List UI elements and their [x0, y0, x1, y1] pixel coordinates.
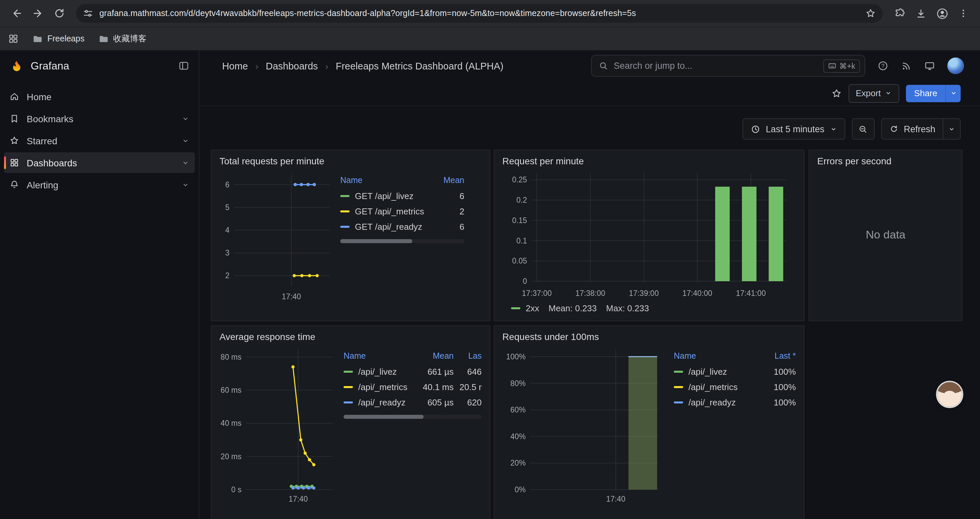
chevron-down-icon[interactable] — [181, 137, 189, 145]
legend-header-last[interactable]: Las — [453, 351, 482, 361]
series-name[interactable]: /api/_readyz — [358, 398, 415, 407]
favorite-star-icon[interactable] — [831, 88, 842, 99]
user-avatar[interactable] — [947, 57, 964, 74]
svg-text:40 ms: 40 ms — [221, 419, 242, 428]
legend-header-name[interactable]: Name — [344, 351, 415, 361]
legend-row[interactable]: /api/_livez 661 µs 646 — [344, 364, 482, 379]
profile-icon[interactable] — [932, 3, 952, 23]
legend-row[interactable]: /api/_readyz 605 µs 620 — [344, 395, 482, 410]
bell-icon — [10, 180, 19, 190]
series-mean: 605 µs — [415, 398, 453, 407]
legend-scrollbar[interactable] — [344, 415, 482, 419]
forward-icon[interactable] — [28, 3, 48, 23]
export-button[interactable]: Export — [848, 84, 899, 102]
share-dropdown-icon[interactable] — [945, 85, 961, 102]
refresh-button[interactable]: Refresh — [881, 119, 943, 139]
app-header: Home › Dashboards › Freeleaps Metrics Da… — [199, 51, 980, 81]
legend-header-last[interactable]: Last * — [761, 351, 796, 361]
time-controls: Last 5 minutes Refresh — [199, 106, 980, 140]
panel-title[interactable]: Total requests per minute — [212, 150, 490, 166]
monitor-icon[interactable] — [924, 60, 935, 72]
requests-under-100ms-chart[interactable]: 100%80%60%40%20%0%17:40 — [501, 343, 665, 507]
series-name[interactable]: /api/_metrics — [689, 382, 761, 392]
url-text[interactable]: grafana.mathmast.com/d/deytv4rwavabkb/fr… — [99, 9, 859, 18]
legend-inline[interactable]: 2xx Mean: 0.233 Max: 0.233 — [501, 301, 796, 313]
scrollbar-thumb[interactable] — [344, 415, 424, 419]
chevron-down-icon[interactable] — [181, 181, 189, 189]
extensions-icon[interactable] — [889, 3, 909, 23]
share-button[interactable]: Share — [906, 85, 961, 102]
svg-text:17:38:00: 17:38:00 — [575, 289, 605, 297]
series-name[interactable]: GET /api/_readyz — [355, 222, 432, 232]
legend-scrollbar[interactable] — [340, 239, 464, 243]
sidebar-item-alerting[interactable]: Alerting — [4, 174, 195, 195]
bookmark-folder-blog[interactable]: 收藏博客 — [98, 33, 146, 45]
series-name[interactable]: /api/_livez — [358, 367, 415, 377]
sidebar-item-dashboards[interactable]: Dashboards — [4, 152, 195, 173]
svg-text:17:40: 17:40 — [606, 495, 625, 503]
series-name[interactable]: /api/_metrics — [358, 382, 415, 392]
legend-row[interactable]: /api/_metrics 100% — [674, 379, 796, 395]
series-name[interactable]: GET /api/_metrics — [355, 206, 432, 216]
chevron-down-icon[interactable] — [181, 115, 189, 123]
request-per-minute-chart[interactable]: 0.250.20.150.10.05017:37:0017:38:0017:39… — [501, 168, 796, 301]
series-max: Max: 0.233 — [606, 303, 649, 313]
help-icon[interactable]: ? — [877, 60, 889, 72]
refresh-interval-dropdown[interactable] — [943, 119, 960, 139]
svg-text:17:40: 17:40 — [288, 495, 308, 503]
sidebar-item-starred[interactable]: Starred — [4, 130, 195, 151]
series-name[interactable]: /api/_livez — [689, 367, 761, 377]
chevron-down-icon[interactable] — [181, 159, 189, 167]
zoom-out-button[interactable] — [851, 118, 874, 140]
legend-row[interactable]: GET /api/_livez 6 — [340, 188, 464, 204]
legend-header-name[interactable]: Name — [340, 176, 432, 185]
legend-header-mean[interactable]: Mean — [432, 176, 464, 185]
panel-title[interactable]: Requests under 100ms — [494, 326, 804, 342]
panel-title[interactable]: Average response time — [212, 326, 490, 342]
panel-title[interactable]: Request per minute — [494, 150, 804, 166]
avg-response-time-chart[interactable]: 80 ms60 ms40 ms20 ms0 s17:40 — [218, 343, 338, 507]
legend-row[interactable]: GET /api/_metrics 2 — [340, 204, 464, 219]
legend-row[interactable]: /api/_readyz 100% — [674, 395, 796, 410]
legend-row[interactable]: GET /api/_readyz 6 — [340, 219, 464, 235]
share-button-label[interactable]: Share — [906, 85, 945, 102]
bookmark-icon — [10, 113, 19, 124]
breadcrumb-dashboards[interactable]: Dashboards — [266, 61, 318, 71]
sidebar-item-home[interactable]: Home — [4, 86, 195, 107]
scrollbar-thumb[interactable] — [340, 239, 412, 243]
legend-table: Name Mean GET /api/_livez 6 GET /api/_me… — [340, 174, 482, 305]
reload-icon[interactable] — [49, 3, 69, 23]
series-color-dash — [344, 401, 353, 404]
back-icon[interactable] — [7, 3, 27, 23]
legend-row[interactable]: /api/_livez 100% — [674, 364, 796, 379]
grafana-logo[interactable] — [10, 58, 24, 73]
series-name[interactable]: 2xx — [526, 303, 539, 313]
panel-errors-per-second: Errors per second No data — [808, 150, 963, 321]
news-rss-icon[interactable] — [900, 60, 912, 72]
sidebar-item-bookmarks[interactable]: Bookmarks — [4, 108, 195, 129]
legend-header-name[interactable]: Name — [674, 351, 761, 361]
legend-row[interactable]: /api/_metrics 40.1 ms 20.5 r — [344, 379, 482, 395]
series-name[interactable]: /api/_readyz — [689, 398, 761, 407]
url-bar[interactable]: grafana.mathmast.com/d/deytv4rwavabkb/fr… — [76, 4, 883, 23]
series-color-dash — [344, 386, 353, 388]
site-controls-icon[interactable] — [83, 8, 94, 19]
search-input[interactable]: Search or jump to... ⌘+k — [591, 55, 865, 77]
browser-toolbar: grafana.mathmast.com/d/deytv4rwavabkb/fr… — [0, 0, 980, 27]
bookmark-star-icon[interactable] — [865, 8, 876, 19]
breadcrumb-home[interactable]: Home — [222, 61, 248, 71]
time-range-picker[interactable]: Last 5 minutes — [743, 118, 845, 140]
browser-menu-icon[interactable] — [953, 3, 973, 23]
floating-assistant-avatar[interactable] — [937, 382, 962, 407]
svg-text:17:40:00: 17:40:00 — [682, 289, 713, 297]
sidebar-item-label: Alerting — [27, 179, 58, 190]
panel-title[interactable]: Errors per second — [809, 150, 962, 166]
total-requests-chart[interactable]: 6543217:40 — [218, 168, 335, 305]
bookmark-folder-freeleaps[interactable]: Freeleaps — [32, 34, 84, 44]
legend-header-mean[interactable]: Mean — [415, 351, 453, 361]
series-name[interactable]: GET /api/_livez — [355, 191, 432, 201]
sidebar-toggle-icon[interactable] — [178, 60, 189, 72]
download-icon[interactable] — [911, 3, 931, 23]
series-color-dash — [340, 211, 350, 212]
apps-grid-icon[interactable] — [8, 34, 19, 44]
